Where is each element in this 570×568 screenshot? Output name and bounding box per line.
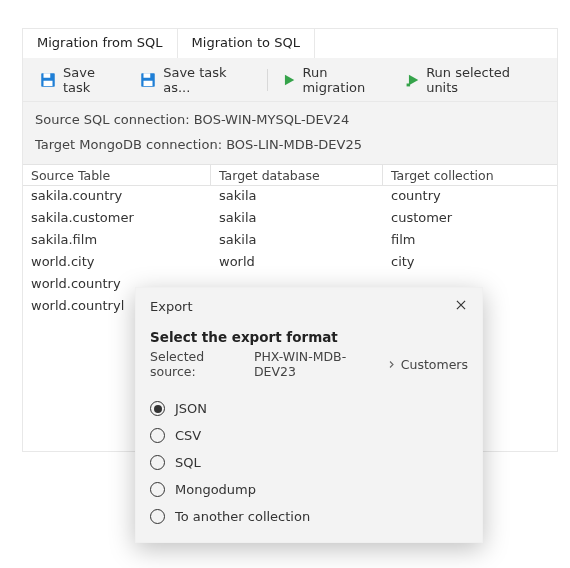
svg-marker-6: [285, 74, 294, 85]
toolbar-separator: [267, 69, 268, 91]
option-label: To another collection: [175, 509, 310, 524]
source-database: Customers: [401, 357, 468, 372]
table-row[interactable]: sakila.countrysakilacountry: [23, 186, 557, 208]
table-cell: city: [383, 252, 557, 274]
save-icon: [39, 71, 57, 89]
svg-rect-1: [44, 73, 51, 78]
table-row[interactable]: sakila.filmsakilafilm: [23, 230, 557, 252]
table-cell: sakila: [211, 230, 383, 252]
table-cell: sakila.film: [23, 230, 211, 252]
export-option[interactable]: CSV: [150, 422, 468, 449]
dialog-header-label: Export: [150, 299, 193, 314]
table-row[interactable]: sakila.customersakilacustomer: [23, 208, 557, 230]
close-button[interactable]: [450, 296, 472, 317]
tab-migration-to-sql[interactable]: Migration to SQL: [177, 28, 315, 58]
source-prefix: Selected source:: [150, 349, 249, 379]
export-option[interactable]: Mongodump: [150, 476, 468, 503]
chevron-right-icon: [387, 357, 396, 372]
svg-marker-7: [409, 74, 418, 85]
table-cell: film: [383, 230, 557, 252]
radio-icon: [150, 428, 165, 443]
toolbar-label: Save task: [63, 65, 123, 95]
table-cell: customer: [383, 208, 557, 230]
target-connection-label: Target MongoDB connection: BOS-LIN-MDB-D…: [35, 137, 545, 152]
toolbar-label: Save task as...: [163, 65, 253, 95]
column-header-source-table[interactable]: Source Table: [23, 165, 211, 185]
save-icon: [139, 71, 157, 89]
table-cell: sakila: [211, 208, 383, 230]
dialog-header: Export: [136, 288, 482, 323]
table-cell: world.city: [23, 252, 211, 274]
tab-label: Migration from SQL: [37, 35, 163, 50]
toolbar: Save task Save task as... Run migration …: [23, 58, 557, 102]
tab-migration-from-sql[interactable]: Migration from SQL: [22, 28, 178, 58]
run-selected-units-button[interactable]: Run selected units: [398, 61, 549, 99]
source-connection-label: Source SQL connection: BOS-WIN-MYSQL-DEV…: [35, 112, 545, 127]
column-header-target-collection[interactable]: Target collection: [383, 165, 557, 185]
table-cell: sakila.country: [23, 186, 211, 208]
option-label: SQL: [175, 455, 201, 470]
source-connection: PHX-WIN-MDB-DEV23: [254, 349, 382, 379]
play-icon: [282, 73, 296, 87]
toolbar-label: Run selected units: [426, 65, 541, 95]
svg-rect-4: [144, 73, 151, 78]
option-label: Mongodump: [175, 482, 256, 497]
export-option[interactable]: JSON: [150, 395, 468, 422]
close-icon: [454, 298, 468, 312]
dialog-subtitle: Selected source: PHX-WIN-MDB-DEV23 Custo…: [136, 349, 482, 393]
svg-rect-2: [44, 80, 53, 85]
option-label: CSV: [175, 428, 201, 443]
toolbar-label: Run migration: [302, 65, 390, 95]
table-row[interactable]: world.cityworldcity: [23, 252, 557, 274]
table-cell: sakila.customer: [23, 208, 211, 230]
export-dialog: Export Select the export format Selected…: [135, 287, 483, 543]
tab-bar: Migration from SQL Migration to SQL: [22, 28, 557, 58]
table-cell: sakila: [211, 186, 383, 208]
play-selected-icon: [406, 73, 420, 87]
connection-info: Source SQL connection: BOS-WIN-MYSQL-DEV…: [23, 102, 557, 164]
export-options: JSONCSVSQLMongodumpTo another collection: [136, 393, 482, 530]
save-task-as-button[interactable]: Save task as...: [131, 61, 261, 99]
export-option[interactable]: SQL: [150, 449, 468, 476]
table-cell: country: [383, 186, 557, 208]
svg-rect-5: [144, 80, 153, 85]
radio-icon: [150, 455, 165, 470]
radio-icon: [150, 482, 165, 497]
option-label: JSON: [175, 401, 207, 416]
table-cell: world: [211, 252, 383, 274]
save-task-button[interactable]: Save task: [31, 61, 131, 99]
radio-icon: [150, 509, 165, 524]
svg-rect-8: [407, 83, 411, 86]
table-header: Source Table Target database Target coll…: [23, 164, 557, 186]
dialog-title: Select the export format: [136, 323, 482, 349]
export-option[interactable]: To another collection: [150, 503, 468, 530]
radio-icon: [150, 401, 165, 416]
tab-label: Migration to SQL: [192, 35, 300, 50]
column-header-target-database[interactable]: Target database: [211, 165, 383, 185]
run-migration-button[interactable]: Run migration: [274, 61, 398, 99]
